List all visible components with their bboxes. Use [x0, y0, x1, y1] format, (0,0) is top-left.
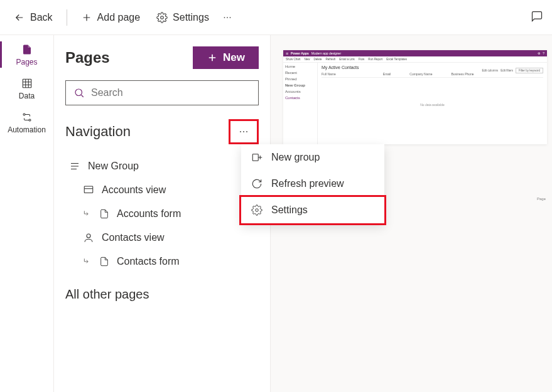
search-icon: [73, 87, 85, 98]
preview-side-item: Home: [285, 65, 315, 68]
preview-tb-item: New: [305, 58, 310, 61]
rail-automation[interactable]: Automation: [0, 105, 53, 139]
plus-icon: [81, 12, 92, 23]
menu-label: Settings: [271, 204, 308, 216]
settings-button[interactable]: Settings: [150, 8, 215, 27]
svg-point-7: [75, 89, 82, 96]
preview-toolbar: Show Chart New Delete Refresh Email a Li…: [283, 56, 547, 63]
navigation-more-button[interactable]: [229, 119, 259, 144]
nav-contacts-form[interactable]: Contacts form: [65, 250, 259, 273]
gear-icon: [156, 12, 168, 23]
navigation-heading: Navigation: [65, 124, 131, 140]
preview-side-item: Accounts: [285, 90, 315, 93]
menu-label: Refresh preview: [271, 178, 344, 189]
svg-rect-11: [84, 186, 93, 193]
svg-point-1: [224, 17, 225, 18]
new-group-icon: [251, 152, 262, 163]
svg-point-6: [29, 119, 31, 121]
preview-sidebar: Home Recent Pinned New Group Accounts Co…: [283, 63, 318, 144]
preview-tb-item: Run Report: [368, 58, 382, 61]
more-icon: [222, 12, 233, 23]
nav-group[interactable]: New Group: [65, 154, 259, 178]
preview-main: My Active Contacts Edit columns Edit fil…: [318, 63, 547, 144]
navigation-context-menu: New group Refresh preview Settings: [241, 144, 384, 223]
nav-item-label: Accounts form: [117, 208, 181, 220]
feedback-button[interactable]: [531, 10, 543, 23]
pages-title: Pages: [65, 49, 110, 66]
preview-col: Full Name: [322, 72, 336, 76]
svg-point-2: [227, 17, 228, 18]
data-icon: [21, 78, 33, 89]
preview-tb-item: Email a Link: [339, 58, 355, 61]
form-icon: [99, 257, 109, 267]
preview-col: Email: [383, 72, 391, 76]
settings-label: Settings: [173, 12, 209, 23]
all-other-pages-heading: All other pages: [65, 287, 259, 302]
preview-side-item: Contacts: [285, 96, 315, 100]
menu-refresh-preview[interactable]: Refresh preview: [241, 171, 384, 197]
group-icon: [69, 161, 80, 172]
preview-header: ≡ Power Apps Modern app designer ⚙ ?: [283, 50, 547, 56]
svg-rect-4: [23, 79, 31, 88]
nav-item-label: Contacts form: [117, 256, 180, 267]
nav-contacts-view[interactable]: Contacts view: [65, 226, 259, 250]
preview-col: Company Name: [409, 72, 432, 76]
rail-automation-label: Automation: [8, 125, 46, 134]
app-preview: ≡ Power Apps Modern app designer ⚙ ? Sho…: [283, 50, 547, 144]
rail-data-label: Data: [19, 92, 35, 100]
preview-tb-item: Refresh: [326, 58, 336, 61]
top-more-button[interactable]: [219, 8, 235, 27]
page-icon: [21, 44, 33, 55]
search-input[interactable]: [91, 87, 251, 98]
rail-data[interactable]: Data: [0, 72, 53, 105]
svg-point-12: [87, 234, 90, 238]
svg-point-14: [256, 209, 259, 212]
pages-panel: Pages New Navigation New Group Accounts …: [54, 35, 271, 392]
person-icon: [83, 232, 94, 243]
preview-side-item: Recent: [285, 71, 315, 75]
new-label: New: [223, 51, 245, 64]
nav-item-label: Contacts view: [102, 232, 165, 243]
preview-tb-item: Show Chart: [286, 58, 301, 61]
preview-edit-filters: Edit filters: [501, 69, 513, 72]
new-page-button[interactable]: New: [193, 46, 259, 69]
preview-filter-box: Filter by keyword: [516, 68, 543, 73]
svg-point-8: [240, 131, 241, 132]
preview-brand: Power Apps: [291, 51, 309, 55]
left-rail: Pages Data Automation: [0, 35, 54, 392]
nav-accounts-view[interactable]: Accounts view: [65, 178, 259, 202]
menu-settings[interactable]: Settings: [239, 195, 386, 225]
preview-tb-item: Flow: [359, 58, 365, 61]
add-page-button[interactable]: Add page: [75, 8, 147, 27]
subitem-icon: [83, 209, 92, 218]
back-button[interactable]: Back: [8, 8, 59, 27]
nav-accounts-form[interactable]: Accounts form: [65, 202, 259, 226]
preview-tb-item: Excel Templates: [386, 58, 407, 61]
rail-pages[interactable]: Pages: [0, 38, 53, 72]
nav-group-label: New Group: [88, 161, 139, 172]
svg-point-3: [230, 17, 231, 18]
preview-empty-state: No data available: [322, 103, 543, 107]
divider: [67, 9, 67, 26]
preview-tb-item: Delete: [314, 58, 322, 61]
gear-icon: [251, 204, 262, 216]
plus-icon: [207, 52, 218, 63]
subitem-icon: [83, 257, 92, 266]
rail-pages-label: Pages: [16, 58, 37, 66]
nav-item-label: Accounts view: [102, 184, 166, 196]
preview-edit-columns: Edit columns: [482, 69, 498, 72]
search-box[interactable]: [65, 80, 259, 105]
svg-rect-13: [252, 154, 258, 161]
menu-new-group[interactable]: New group: [241, 144, 384, 171]
preview-side-item: New Group: [285, 83, 315, 87]
menu-label: New group: [271, 152, 320, 163]
add-page-label: Add page: [97, 12, 141, 23]
preview-page-indicator: Page: [537, 197, 546, 201]
refresh-icon: [251, 178, 262, 189]
form-icon: [99, 209, 109, 219]
automation-icon: [21, 112, 33, 123]
svg-point-0: [161, 16, 164, 19]
svg-point-9: [243, 131, 244, 132]
back-arrow-icon: [14, 12, 25, 23]
view-icon: [83, 184, 94, 196]
